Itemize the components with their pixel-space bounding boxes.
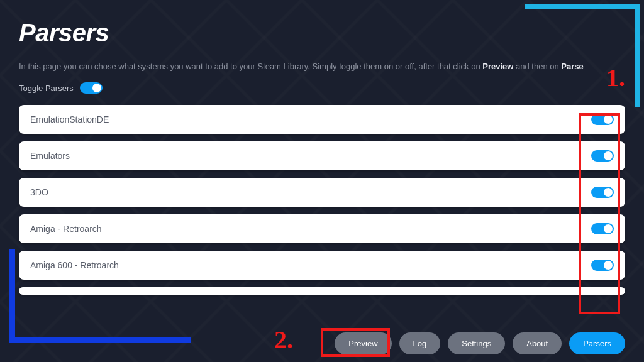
- annotation-number-2: 2.: [274, 325, 293, 354]
- desc-bold-preview: Preview: [482, 62, 513, 71]
- parser-row: Emulators: [19, 141, 625, 170]
- page-description: In this page you can chose what systems …: [19, 61, 625, 72]
- parser-name: Amiga - Retroarch: [30, 224, 102, 234]
- parser-toggle[interactable]: [591, 260, 614, 271]
- parser-row: Amiga - Retroarch: [19, 214, 625, 243]
- parser-name: EmulationStationDE: [30, 114, 109, 124]
- parsers-button[interactable]: Parsers: [569, 332, 625, 354]
- desc-bold-parse: Parse: [561, 62, 583, 71]
- parser-list: EmulationStationDE Emulators 3DO Amiga -…: [19, 105, 625, 295]
- toggle-all-label: Toggle Parsers: [19, 84, 74, 93]
- desc-pre: In this page you can chose what systems …: [19, 62, 482, 71]
- parser-toggle[interactable]: [591, 187, 614, 198]
- toggle-all-row: Toggle Parsers: [19, 82, 625, 94]
- log-button[interactable]: Log: [399, 332, 441, 354]
- parser-name: 3DO: [30, 187, 48, 197]
- parser-toggle[interactable]: [591, 150, 614, 162]
- parser-name: Amiga 600 - Retroarch: [30, 260, 119, 270]
- about-button[interactable]: About: [513, 332, 562, 354]
- page-title: Parsers: [19, 19, 625, 47]
- desc-mid: and then on: [513, 62, 561, 71]
- parser-row: EmulationStationDE: [19, 105, 625, 134]
- annotation-corner-blue: [9, 337, 191, 343]
- preview-button[interactable]: Preview: [335, 332, 391, 354]
- parser-toggle[interactable]: [591, 223, 614, 234]
- bottom-nav: Preview Log Settings About Parsers: [335, 332, 625, 354]
- settings-button[interactable]: Settings: [448, 332, 505, 354]
- parser-toggle[interactable]: [591, 114, 614, 125]
- parser-row: Amiga 600 - Retroarch: [19, 251, 625, 280]
- toggle-all-switch[interactable]: [80, 82, 103, 94]
- parser-name: Emulators: [30, 151, 70, 161]
- parser-row: 3DO: [19, 178, 625, 207]
- annotation-number-1: 1.: [606, 63, 625, 92]
- parser-row-partial: [19, 287, 625, 295]
